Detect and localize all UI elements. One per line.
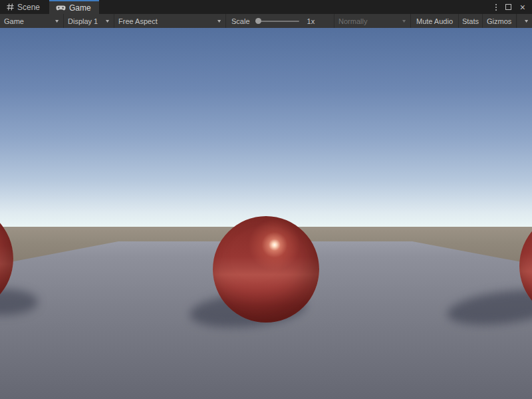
tab-game[interactable]: Game [49, 0, 99, 14]
game-view-popup[interactable]: Game ▼ [0, 14, 64, 28]
tab-game-label: Game [69, 3, 91, 13]
scale-slider[interactable] [255, 18, 299, 25]
gizmos-label: Gizmos [487, 17, 511, 25]
tab-bar: Scene Game × [0, 0, 532, 14]
maximize-icon[interactable] [505, 4, 511, 10]
sky-gradient [0, 28, 532, 229]
game-view-toolbar: Game ▼ Display 1 ▼ Free Aspect ▼ Scale 1… [0, 14, 532, 28]
toolbar-spacer [326, 14, 334, 28]
kebab-menu-icon[interactable] [495, 4, 497, 11]
red-sphere-center [213, 216, 319, 323]
chevron-down-icon: ▼ [516, 14, 529, 28]
mute-audio-button[interactable]: Mute Audio [411, 14, 459, 28]
scale-slider-thumb[interactable] [255, 18, 261, 24]
chevron-down-icon: ▼ [54, 19, 60, 23]
scale-slider-track[interactable] [255, 21, 299, 22]
tab-bar-spacer [99, 0, 489, 14]
mute-audio-label: Mute Audio [416, 17, 453, 25]
tab-scene[interactable]: Scene [0, 0, 48, 14]
game-render-viewport[interactable] [0, 28, 532, 399]
stats-label: Stats [462, 17, 479, 25]
close-icon[interactable]: × [520, 3, 525, 12]
chevron-down-icon: ▼ [401, 19, 407, 23]
aspect-ratio-popup[interactable]: Free Aspect ▼ [114, 14, 226, 28]
gizmos-popup[interactable]: Gizmos ▼ [483, 14, 532, 28]
play-mode-popup[interactable]: Normally ▼ [334, 14, 411, 28]
stats-button[interactable]: Stats [459, 14, 483, 28]
window-controls: × [489, 0, 532, 14]
chevron-down-icon: ▼ [104, 19, 110, 23]
grid-icon [7, 3, 14, 11]
scale-label: Scale [231, 17, 250, 25]
tab-scene-label: Scene [17, 3, 40, 12]
chevron-down-icon: ▼ [216, 19, 222, 23]
scale-control: Scale 1x [226, 14, 326, 28]
display-popup[interactable]: Display 1 ▼ [64, 14, 114, 28]
gamepad-icon [56, 5, 66, 11]
display-popup-label: Display 1 [68, 17, 98, 25]
play-mode-popup-label: Normally [338, 17, 367, 25]
game-view-popup-label: Game [4, 17, 24, 25]
aspect-ratio-popup-label: Free Aspect [118, 17, 158, 25]
unity-game-view-window: Scene Game × Game ▼ Display 1 [0, 0, 532, 399]
scale-value: 1x [307, 17, 315, 25]
